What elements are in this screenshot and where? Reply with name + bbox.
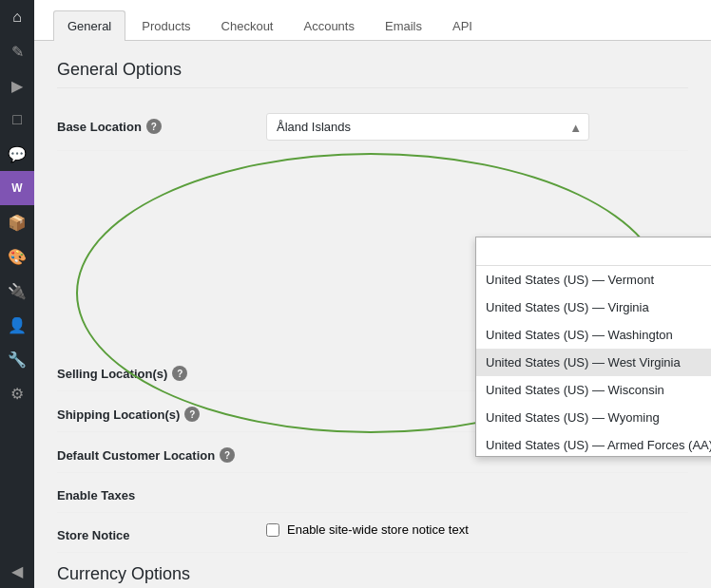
- products-icon[interactable]: 📦: [0, 205, 34, 239]
- default-customer-label: Default Customer Location ?: [57, 442, 266, 463]
- enable-taxes-row: Enable Taxes: [57, 473, 688, 513]
- settings-icon[interactable]: ⚙: [0, 376, 34, 410]
- shipping-locations-label: Shipping Location(s) ?: [57, 401, 266, 422]
- selling-locations-help[interactable]: ?: [172, 366, 187, 381]
- store-notice-label: Store Notice: [57, 522, 266, 542]
- enable-taxes-label: Enable Taxes: [57, 483, 266, 503]
- base-location-dropdown: 🔍 United States (US) — Vermont United St…: [475, 237, 711, 457]
- tab-api[interactable]: API: [438, 10, 487, 41]
- comments-icon[interactable]: 💬: [0, 137, 34, 171]
- tab-general[interactable]: General: [53, 10, 125, 41]
- base-location-label: Base Location ?: [57, 113, 266, 134]
- base-location-control: Åland Islands ▲ 🔍 United States (US) — V…: [266, 113, 589, 141]
- base-location-row: Base Location ? Åland Islands ▲ 🔍 United…: [57, 104, 688, 151]
- content-area: General Options Base Location ? Åland Is…: [34, 41, 711, 588]
- store-notice-checkbox-label: Enable site-wide store notice text: [287, 522, 469, 537]
- currency-options-title: Currency Options: [57, 564, 688, 588]
- plugins-icon[interactable]: 🔌: [0, 274, 34, 308]
- appearance-icon[interactable]: 🎨: [0, 239, 34, 274]
- store-notice-row: Store Notice Enable site-wide store noti…: [57, 513, 688, 553]
- base-location-select-wrapper: Åland Islands ▲: [266, 113, 589, 141]
- tab-products[interactable]: Products: [127, 10, 204, 41]
- list-item[interactable]: United States (US) — Virginia: [476, 294, 711, 321]
- list-item[interactable]: United States (US) — Washington: [476, 321, 711, 349]
- woocommerce-icon[interactable]: W: [0, 171, 34, 205]
- list-item[interactable]: United States (US) — Vermont: [476, 266, 711, 294]
- tabs-bar: General Products Checkout Accounts Email…: [34, 0, 711, 41]
- collapse-icon[interactable]: ◀: [0, 554, 34, 588]
- sidebar: ⌂ ✎ ▶ □ 💬 W 📦 🎨 🔌 👤 🔧 ⚙ ◀: [0, 0, 34, 588]
- base-location-help[interactable]: ?: [146, 119, 162, 134]
- store-notice-control: Enable site-wide store notice text: [266, 522, 469, 537]
- tab-emails[interactable]: Emails: [371, 10, 436, 41]
- tab-checkout[interactable]: Checkout: [207, 10, 288, 41]
- pages-icon[interactable]: □: [0, 103, 34, 137]
- main-content: General Products Checkout Accounts Email…: [34, 0, 711, 588]
- store-notice-checkbox[interactable]: [266, 523, 279, 537]
- posts-icon[interactable]: ✎: [0, 34, 34, 68]
- media-icon[interactable]: ▶: [0, 68, 34, 103]
- tools-icon[interactable]: 🔧: [0, 342, 34, 376]
- general-options-title: General Options: [57, 60, 688, 88]
- list-item[interactable]: United States (US) — Wisconsin: [476, 376, 711, 404]
- dropdown-list: United States (US) — Vermont United Stat…: [476, 266, 711, 456]
- tab-accounts[interactable]: Accounts: [289, 10, 368, 41]
- users-icon[interactable]: 👤: [0, 308, 34, 342]
- shipping-locations-help[interactable]: ?: [184, 407, 200, 422]
- list-item[interactable]: United States (US) — Armed Forces (AA): [476, 431, 711, 456]
- dashboard-icon[interactable]: ⌂: [0, 0, 34, 34]
- selling-locations-label: Selling Location(s) ?: [57, 360, 266, 381]
- base-location-select[interactable]: Åland Islands: [266, 113, 589, 141]
- dropdown-search-bar: 🔍: [476, 237, 711, 266]
- list-item[interactable]: United States (US) — Wyoming: [476, 404, 711, 431]
- default-customer-help[interactable]: ?: [220, 447, 235, 463]
- list-item[interactable]: United States (US) — West Virginia: [476, 349, 711, 376]
- dropdown-search-input[interactable]: [482, 241, 711, 261]
